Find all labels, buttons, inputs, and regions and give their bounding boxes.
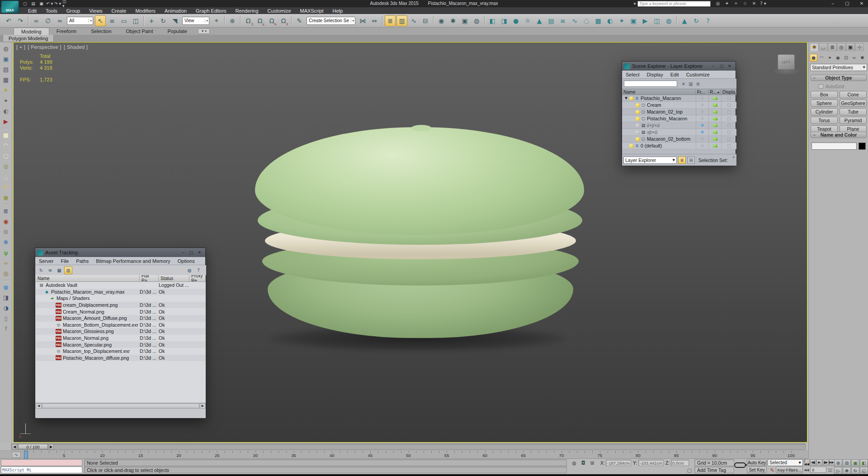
at-menu-options[interactable]: Options (174, 258, 198, 264)
dome-light-icon[interactable]: ◠ (1, 141, 11, 150)
tree-light-icon[interactable]: ▲ (679, 15, 690, 26)
menu-maxscript[interactable]: MAXScript (296, 7, 328, 14)
at-help-icon[interactable]: ? (194, 267, 203, 274)
layer-row[interactable]: ○Macaron_02_bottom✻▢ (622, 136, 736, 143)
asset-row[interactable]: PNGMacaron_Amount_Diffuse.pngD:\3d ...Ok (36, 315, 206, 322)
renderable-teapot-icon[interactable] (713, 97, 717, 100)
select-manipulate-icon[interactable]: ⊕ (227, 15, 238, 26)
unlink-selection-icon[interactable]: ∅ (42, 15, 53, 26)
visibility-bulb-icon[interactable] (636, 137, 640, 141)
use-pivot-point-icon[interactable]: ⌖ (211, 15, 222, 26)
key-icon[interactable]: ✦ (724, 0, 730, 6)
horizontal-scrollbar[interactable]: ◀ ▶ (36, 403, 206, 409)
set-keys-button[interactable] (734, 462, 746, 468)
visibility-bulb-icon[interactable] (636, 110, 640, 114)
select-and-link-icon[interactable]: ∞ (31, 15, 42, 26)
select-object-icon[interactable]: ↖ (95, 15, 106, 26)
ribbon-overflow-icon[interactable]: ▼ ▾ (198, 29, 210, 34)
current-frame-field[interactable]: 0 (810, 466, 826, 473)
viewcube[interactable]: LEFT (768, 51, 806, 81)
time-tag-cube-icon[interactable]: ▢ (686, 467, 693, 473)
primitive-button-tube[interactable]: Tube (840, 108, 867, 115)
curve-editor-icon[interactable]: ∿ (408, 15, 419, 26)
frozen-icon[interactable]: ✻ (701, 137, 704, 141)
visibility-bulb-icon[interactable] (629, 144, 633, 148)
absolute-offset-icon[interactable]: ⊞ (589, 460, 596, 466)
ribbon-tab-selection[interactable]: Selection (84, 28, 118, 35)
primitive-button-sphere[interactable]: Sphere (811, 100, 838, 107)
isolate-selection-icon[interactable]: ◍ (571, 460, 578, 466)
spacewarps-subtab-icon[interactable]: ≈ (850, 54, 858, 62)
field-of-view-icon[interactable]: ▷ (834, 467, 842, 474)
orbit-icon[interactable]: ↻ (851, 467, 859, 474)
select-scale-icon[interactable]: ◥ (170, 15, 180, 26)
list-view-icon[interactable]: ≡ (557, 15, 568, 26)
renderable-teapot-icon[interactable] (713, 124, 717, 127)
render-elements-icon[interactable]: ▦ (1, 75, 11, 85)
mini-curve-editor-button[interactable]: ∿ (12, 452, 21, 458)
layer-row[interactable]: ▤xþ×û✻▢ (622, 129, 736, 136)
sphere-cluster-icon[interactable]: ❋ (1, 238, 11, 247)
time-slider-track[interactable]: ◀ 0 / 100 ▶ (11, 443, 806, 450)
column-header-name[interactable]: Name (36, 275, 140, 281)
viewcube-face[interactable]: LEFT (778, 54, 795, 70)
set-key-pen-icon[interactable]: ✎ (769, 467, 776, 473)
column-header-proxyre[interactable]: Proxy Re (189, 275, 206, 281)
minimize-button[interactable]: – (179, 249, 187, 256)
close-button[interactable]: ✕ (195, 249, 203, 256)
cameras-subtab-icon[interactable]: ◉ (834, 54, 842, 62)
utilities-tab-icon[interactable]: ⊹ (855, 43, 864, 51)
menu-help[interactable]: Help (328, 7, 348, 14)
manage-layers-icon[interactable]: ≣ (385, 15, 396, 26)
left-help-icon[interactable]: ? (1, 324, 11, 333)
selection-filter-dropdown[interactable]: All▾ (67, 17, 93, 25)
y-coordinate-field[interactable]: -103,441cm (638, 460, 664, 466)
grass-icon[interactable]: ψ (1, 248, 11, 257)
environment-refresh-icon[interactable]: ↻ (691, 15, 702, 26)
renderable-teapot-icon[interactable] (713, 110, 717, 114)
select-move-icon[interactable]: + (146, 15, 157, 26)
systems-subtab-icon[interactable]: ✱ (859, 54, 866, 62)
visibility-bulb-icon[interactable] (636, 124, 640, 128)
next-frame-button[interactable]: ▶ (48, 444, 54, 449)
frozen-icon[interactable]: ✻ (701, 143, 704, 148)
menu-animation[interactable]: Animation (160, 7, 191, 14)
video-icon[interactable]: ▶ (640, 15, 651, 26)
explorer-mode-dropdown[interactable]: Layer Explorer ▼ (623, 157, 677, 164)
display-icon[interactable]: ▢ (727, 96, 731, 100)
menu-rendering[interactable]: Rendering (231, 7, 263, 14)
previous-frame-button[interactable]: ◀ (12, 444, 17, 449)
shading-toggle-icon[interactable]: ◐ (1, 106, 11, 116)
sphere-light-icon[interactable]: ● (1, 193, 11, 202)
scene-explorer-toggle-icon[interactable]: ▥ (396, 15, 407, 26)
rollout-name-and-color[interactable]: − Name and Color (811, 132, 867, 138)
menu-views[interactable]: Views (85, 7, 107, 14)
window-crossing-icon[interactable]: ◫ (130, 15, 141, 26)
column-mode-icon[interactable]: ▥ (64, 267, 72, 274)
mirror-icon[interactable]: ⋈ (357, 15, 368, 26)
asset-row[interactable]: ▰Maps / Shaders (36, 295, 206, 302)
renderable-teapot-icon[interactable] (713, 117, 717, 120)
x-coordinate-field[interactable]: -187,294cm (606, 460, 631, 466)
asset-row[interactable]: PNGcream_Dislplacement.pngD:\3d ...Ok (36, 302, 206, 309)
plane-helper-icon[interactable]: ⊠ (1, 227, 11, 237)
zoom-all-icon[interactable]: ⊞ (843, 459, 851, 466)
z-coordinate-field[interactable]: 0,0cm (671, 460, 689, 466)
next-frame-icon[interactable]: ▮▶ (823, 459, 829, 466)
ribbon-tab-object-paint[interactable]: Object Paint (119, 28, 160, 35)
visibility-bulb-icon[interactable] (636, 117, 640, 121)
asset-row[interactable]: ◎Macaron_top_Displacement.exrD:\3d ...Ok (36, 348, 206, 355)
more-chevron[interactable]: » (733, 155, 735, 159)
se-menu-edit[interactable]: Edit (667, 72, 683, 77)
layer-mode-button[interactable]: ≣ (678, 157, 686, 164)
key-filters-button[interactable]: Key Filters... (776, 466, 803, 473)
web-status-icon[interactable]: ◍ (185, 267, 193, 274)
hair-icon[interactable]: ≈ (1, 258, 11, 268)
list-mode-icon[interactable]: ≡ (46, 267, 54, 274)
selection-set-dropdown[interactable]: Selected ▼ (768, 459, 803, 466)
selection-lock-icon[interactable]: ◘ (580, 460, 587, 466)
align-icon[interactable]: ⇔ (369, 15, 380, 26)
asset-row[interactable]: PNGPistachio_Macaron_diffuse.pngD:\3d ..… (36, 355, 206, 362)
stack-icon[interactable]: ▩ (593, 15, 604, 26)
frozen-icon[interactable]: ✻ (701, 116, 704, 121)
